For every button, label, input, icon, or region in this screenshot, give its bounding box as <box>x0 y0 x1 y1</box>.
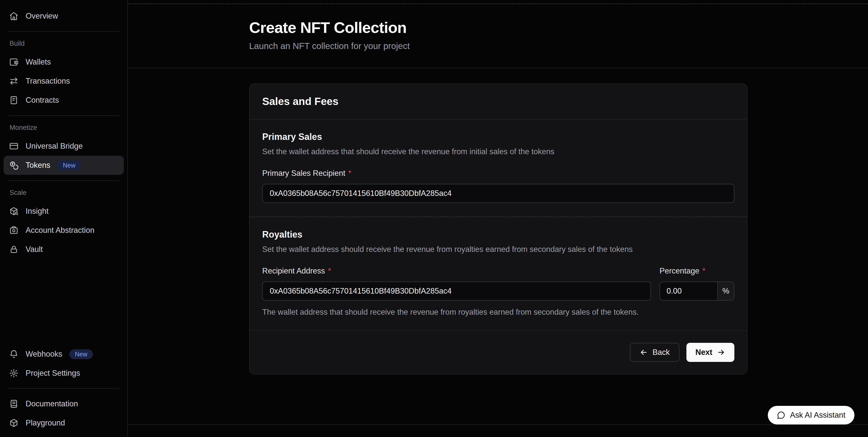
back-button-label: Back <box>652 348 670 357</box>
royalties-heading: Royalties <box>262 229 734 240</box>
sidebar-item-overview[interactable]: Overview <box>3 6 124 26</box>
percentage-field: Percentage * % <box>659 254 734 301</box>
document-icon <box>9 95 19 105</box>
sidebar-item-label: Universal Bridge <box>26 142 83 151</box>
sidebar-divider <box>8 180 119 181</box>
royalties-description: Set the wallet address should receive th… <box>262 245 734 254</box>
ask-ai-assistant-label: Ask AI Assistant <box>790 411 845 420</box>
card-title: Sales and Fees <box>262 95 734 107</box>
sidebar-item-transactions[interactable]: Transactions <box>3 71 124 91</box>
percent-suffix: % <box>717 282 734 300</box>
arrows-swap-icon <box>9 76 19 86</box>
recipient-address-input[interactable] <box>262 282 651 301</box>
recipient-address-label: Recipient Address * <box>262 267 651 276</box>
gear-icon <box>9 369 19 378</box>
sidebar-item-label: Playground <box>26 418 65 428</box>
content-area: Sales and Fees Primary Sales Set the wal… <box>128 68 868 374</box>
sidebar-item-contracts[interactable]: Contracts <box>3 91 124 110</box>
sidebar-item-playground[interactable]: Playground <box>3 413 124 433</box>
field-label-text: Primary Sales Recipient <box>262 169 345 178</box>
bell-icon <box>9 349 19 359</box>
sidebar-section-build: Build <box>9 40 127 48</box>
sidebar-item-vault[interactable]: Vault <box>3 240 124 259</box>
required-asterisk: * <box>328 267 331 276</box>
sidebar-item-label: Vault <box>26 245 43 254</box>
sidebar-divider <box>8 31 119 32</box>
chat-bubble-icon <box>777 411 785 419</box>
royalties-fields-row: Recipient Address * Percentage * <box>262 254 734 301</box>
coins-icon <box>9 160 19 170</box>
sidebar-item-label: Tokens <box>26 161 50 170</box>
sidebar-section-scale: Scale <box>9 189 127 197</box>
sidebar: Overview Build Wallets Transactions Cont… <box>0 0 128 437</box>
primary-sales-recipient-input[interactable] <box>262 184 734 203</box>
primary-sales-description: Set the wallet address that should recei… <box>262 147 734 156</box>
sidebar-item-webhooks[interactable]: Webhooks New <box>3 345 124 364</box>
next-button[interactable]: Next <box>686 343 734 362</box>
page-subtitle: Launch an NFT collection for your projec… <box>249 41 868 51</box>
main-panel: Create NFT Collection Launch an NFT coll… <box>128 0 868 437</box>
top-dashed-divider <box>128 3 868 4</box>
lock-icon <box>9 245 19 254</box>
sidebar-item-label: Insight <box>26 207 49 216</box>
sidebar-item-label: Overview <box>26 11 58 21</box>
sidebar-item-label: Documentation <box>26 399 78 408</box>
sidebar-item-label: Project Settings <box>26 369 80 378</box>
recipient-address-field: Recipient Address * <box>262 254 651 301</box>
sidebar-item-account-abstraction[interactable]: Account Abstraction <box>3 221 124 240</box>
sales-and-fees-card: Sales and Fees Primary Sales Set the wal… <box>249 83 747 374</box>
percentage-label: Percentage * <box>659 267 734 276</box>
sidebar-divider <box>8 388 119 389</box>
smart-account-icon <box>9 225 19 235</box>
sidebar-item-tokens[interactable]: Tokens New <box>3 156 124 175</box>
field-label-text: Percentage <box>659 267 700 276</box>
bottom-divider <box>128 425 868 425</box>
wallet-icon <box>9 57 19 67</box>
required-asterisk: * <box>703 267 706 276</box>
field-label-text: Recipient Address <box>262 267 325 276</box>
credit-card-icon <box>9 142 19 151</box>
cube-icon <box>9 418 19 428</box>
sidebar-item-wallets[interactable]: Wallets <box>3 53 124 71</box>
card-header: Sales and Fees <box>250 84 747 120</box>
royalties-helper-text: The wallet address that should receive t… <box>262 308 734 317</box>
package-search-icon <box>9 207 19 216</box>
sidebar-item-project-settings[interactable]: Project Settings <box>3 364 124 383</box>
next-button-label: Next <box>695 348 712 357</box>
percentage-input-group: % <box>659 282 734 301</box>
sidebar-footer: Webhooks New Project Settings Documentat… <box>0 345 127 437</box>
sidebar-item-label: Webhooks <box>26 350 62 358</box>
required-asterisk: * <box>348 169 351 178</box>
ask-ai-assistant-button[interactable]: Ask AI Assistant <box>768 406 855 425</box>
primary-sales-heading: Primary Sales <box>262 132 734 142</box>
sidebar-item-label: Transactions <box>26 76 70 86</box>
sidebar-item-label: Wallets <box>26 58 51 67</box>
back-button[interactable]: Back <box>630 343 679 362</box>
sidebar-item-label: Account Abstraction <box>26 226 94 235</box>
arrow-right-icon <box>717 348 725 356</box>
sidebar-item-universal-bridge[interactable]: Universal Bridge <box>3 136 124 156</box>
page-header: Create NFT Collection Launch an NFT coll… <box>128 0 868 68</box>
sidebar-divider <box>8 115 119 116</box>
primary-sales-section: Primary Sales Set the wallet address tha… <box>250 120 747 217</box>
arrow-left-icon <box>640 348 648 356</box>
sidebar-item-label: Contracts <box>26 96 59 105</box>
book-icon <box>9 399 19 409</box>
new-badge: New <box>69 349 93 359</box>
sidebar-section-monetize: Monetize <box>9 124 127 132</box>
sidebar-item-insight[interactable]: Insight <box>3 202 124 221</box>
new-badge: New <box>57 160 81 170</box>
page-title: Create NFT Collection <box>249 19 868 36</box>
home-icon <box>9 11 19 21</box>
primary-sales-recipient-label: Primary Sales Recipient * <box>262 169 734 178</box>
percentage-input[interactable] <box>660 282 717 300</box>
royalties-section: Royalties Set the wallet address should … <box>250 217 747 330</box>
card-footer: Back Next <box>250 330 747 374</box>
app-window: Overview Build Wallets Transactions Cont… <box>0 0 868 437</box>
sidebar-item-documentation[interactable]: Documentation <box>3 394 124 413</box>
